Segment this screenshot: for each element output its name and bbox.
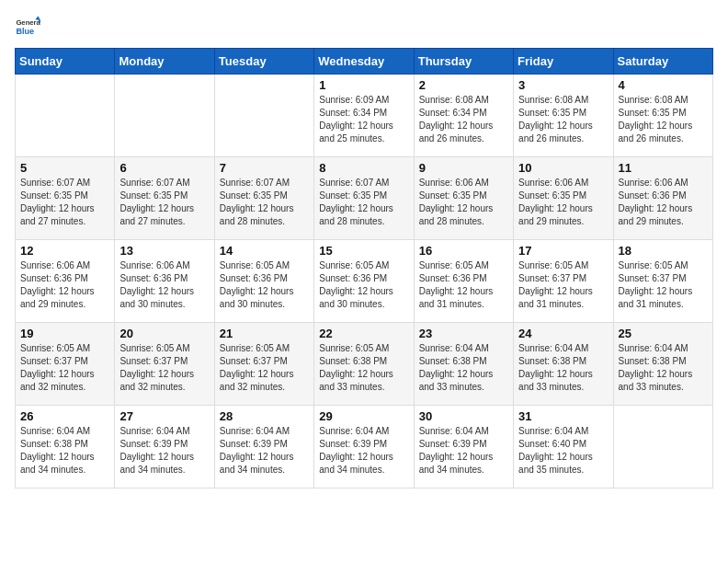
day-number: 10 (518, 161, 608, 175)
calendar-body: 1Sunrise: 6:09 AM Sunset: 6:34 PM Daylig… (16, 75, 713, 488)
day-number: 3 (518, 78, 608, 92)
calendar-cell: 18Sunrise: 6:05 AM Sunset: 6:37 PM Dayli… (613, 240, 712, 323)
cell-content: Sunrise: 6:09 AM Sunset: 6:34 PM Dayligh… (319, 94, 408, 145)
weekday-header-thursday: Thursday (414, 49, 513, 75)
calendar-cell: 28Sunrise: 6:04 AM Sunset: 6:39 PM Dayli… (214, 406, 313, 488)
cell-content: Sunrise: 6:04 AM Sunset: 6:38 PM Dayligh… (20, 425, 109, 477)
cell-content: Sunrise: 6:05 AM Sunset: 6:36 PM Dayligh… (419, 259, 508, 311)
day-number: 11 (619, 161, 708, 175)
day-number: 19 (20, 327, 109, 340)
cell-content: Sunrise: 6:04 AM Sunset: 6:39 PM Dayligh… (419, 425, 508, 477)
day-number: 13 (119, 244, 209, 258)
calendar-week-row: 12Sunrise: 6:06 AM Sunset: 6:36 PM Dayli… (16, 240, 713, 323)
cell-content: Sunrise: 6:04 AM Sunset: 6:39 PM Dayligh… (319, 425, 408, 477)
day-number: 25 (619, 327, 708, 340)
cell-content: Sunrise: 6:05 AM Sunset: 6:37 PM Dayligh… (619, 259, 708, 311)
day-number: 21 (220, 327, 309, 340)
day-number: 5 (20, 161, 109, 175)
calendar-cell: 15Sunrise: 6:05 AM Sunset: 6:36 PM Dayli… (314, 240, 414, 323)
cell-content: Sunrise: 6:04 AM Sunset: 6:40 PM Dayligh… (518, 425, 608, 477)
cell-content: Sunrise: 6:05 AM Sunset: 6:38 PM Dayligh… (319, 342, 408, 394)
weekday-header-wednesday: Wednesday (314, 49, 414, 75)
day-number: 31 (518, 409, 608, 423)
calendar-cell: 16Sunrise: 6:05 AM Sunset: 6:36 PM Dayli… (414, 240, 513, 323)
calendar-week-row: 19Sunrise: 6:05 AM Sunset: 6:37 PM Dayli… (16, 323, 713, 406)
day-number: 2 (419, 78, 508, 92)
day-number: 30 (419, 409, 508, 423)
calendar-cell: 1Sunrise: 6:09 AM Sunset: 6:34 PM Daylig… (314, 75, 414, 157)
calendar-cell: 11Sunrise: 6:06 AM Sunset: 6:36 PM Dayli… (613, 157, 712, 240)
day-number: 22 (319, 327, 408, 340)
cell-content: Sunrise: 6:08 AM Sunset: 6:35 PM Dayligh… (619, 94, 708, 145)
day-number: 4 (619, 78, 708, 92)
day-number: 12 (20, 244, 109, 258)
cell-content: Sunrise: 6:07 AM Sunset: 6:35 PM Dayligh… (319, 177, 408, 228)
cell-content: Sunrise: 6:06 AM Sunset: 6:36 PM Dayligh… (20, 259, 109, 311)
logo: General Blue (15, 15, 40, 40)
cell-content: Sunrise: 6:08 AM Sunset: 6:34 PM Dayligh… (419, 94, 508, 145)
calendar-cell: 10Sunrise: 6:06 AM Sunset: 6:35 PM Dayli… (514, 157, 613, 240)
day-number: 9 (419, 161, 508, 175)
weekday-header-friday: Friday (514, 49, 613, 75)
svg-text:Blue: Blue (16, 27, 34, 36)
day-number: 8 (319, 161, 408, 175)
calendar-cell: 21Sunrise: 6:05 AM Sunset: 6:37 PM Dayli… (214, 323, 313, 406)
calendar-table: SundayMondayTuesdayWednesdayThursdayFrid… (15, 48, 713, 488)
calendar-header: SundayMondayTuesdayWednesdayThursdayFrid… (16, 49, 713, 75)
calendar-cell: 13Sunrise: 6:06 AM Sunset: 6:36 PM Dayli… (115, 240, 214, 323)
cell-content: Sunrise: 6:06 AM Sunset: 6:36 PM Dayligh… (619, 177, 708, 228)
cell-content: Sunrise: 6:06 AM Sunset: 6:35 PM Dayligh… (419, 177, 508, 228)
weekday-header-row: SundayMondayTuesdayWednesdayThursdayFrid… (16, 49, 713, 75)
calendar-cell: 12Sunrise: 6:06 AM Sunset: 6:36 PM Dayli… (16, 240, 115, 323)
cell-content: Sunrise: 6:05 AM Sunset: 6:37 PM Dayligh… (119, 342, 209, 394)
day-number: 29 (319, 409, 408, 423)
calendar-cell: 3Sunrise: 6:08 AM Sunset: 6:35 PM Daylig… (514, 75, 613, 157)
calendar-week-row: 1Sunrise: 6:09 AM Sunset: 6:34 PM Daylig… (16, 75, 713, 157)
cell-content: Sunrise: 6:05 AM Sunset: 6:37 PM Dayligh… (20, 342, 109, 394)
calendar-cell (214, 75, 313, 157)
calendar-cell: 7Sunrise: 6:07 AM Sunset: 6:35 PM Daylig… (214, 157, 313, 240)
calendar-cell: 8Sunrise: 6:07 AM Sunset: 6:35 PM Daylig… (314, 157, 414, 240)
day-number: 16 (419, 244, 508, 258)
calendar-cell: 26Sunrise: 6:04 AM Sunset: 6:38 PM Dayli… (16, 406, 115, 488)
cell-content: Sunrise: 6:05 AM Sunset: 6:37 PM Dayligh… (220, 342, 309, 394)
calendar-cell (115, 75, 214, 157)
logo-icon: General Blue (15, 15, 40, 40)
day-number: 7 (220, 161, 309, 175)
calendar-cell: 9Sunrise: 6:06 AM Sunset: 6:35 PM Daylig… (414, 157, 513, 240)
calendar-cell: 19Sunrise: 6:05 AM Sunset: 6:37 PM Dayli… (16, 323, 115, 406)
calendar-cell: 27Sunrise: 6:04 AM Sunset: 6:39 PM Dayli… (115, 406, 214, 488)
header: General Blue (15, 15, 713, 40)
calendar-cell: 5Sunrise: 6:07 AM Sunset: 6:35 PM Daylig… (16, 157, 115, 240)
day-number: 23 (419, 327, 508, 340)
calendar-cell: 24Sunrise: 6:04 AM Sunset: 6:38 PM Dayli… (514, 323, 613, 406)
day-number: 18 (619, 244, 708, 258)
calendar-cell: 2Sunrise: 6:08 AM Sunset: 6:34 PM Daylig… (414, 75, 513, 157)
day-number: 6 (119, 161, 209, 175)
calendar-cell: 4Sunrise: 6:08 AM Sunset: 6:35 PM Daylig… (613, 75, 712, 157)
cell-content: Sunrise: 6:04 AM Sunset: 6:39 PM Dayligh… (119, 425, 209, 477)
cell-content: Sunrise: 6:06 AM Sunset: 6:35 PM Dayligh… (518, 177, 608, 228)
cell-content: Sunrise: 6:04 AM Sunset: 6:38 PM Dayligh… (419, 342, 508, 394)
cell-content: Sunrise: 6:07 AM Sunset: 6:35 PM Dayligh… (20, 177, 109, 228)
calendar-cell (613, 406, 712, 488)
day-number: 28 (220, 409, 309, 423)
cell-content: Sunrise: 6:04 AM Sunset: 6:39 PM Dayligh… (220, 425, 309, 477)
cell-content: Sunrise: 6:06 AM Sunset: 6:36 PM Dayligh… (119, 259, 209, 311)
day-number: 26 (20, 409, 109, 423)
calendar-cell: 30Sunrise: 6:04 AM Sunset: 6:39 PM Dayli… (414, 406, 513, 488)
weekday-header-monday: Monday (115, 49, 214, 75)
weekday-header-tuesday: Tuesday (214, 49, 313, 75)
calendar-cell: 22Sunrise: 6:05 AM Sunset: 6:38 PM Dayli… (314, 323, 414, 406)
day-number: 20 (119, 327, 209, 340)
cell-content: Sunrise: 6:05 AM Sunset: 6:36 PM Dayligh… (220, 259, 309, 311)
calendar-cell: 6Sunrise: 6:07 AM Sunset: 6:35 PM Daylig… (115, 157, 214, 240)
calendar-cell (16, 75, 115, 157)
calendar-cell: 14Sunrise: 6:05 AM Sunset: 6:36 PM Dayli… (214, 240, 313, 323)
weekday-header-saturday: Saturday (613, 49, 712, 75)
weekday-header-sunday: Sunday (16, 49, 115, 75)
day-number: 27 (119, 409, 209, 423)
cell-content: Sunrise: 6:07 AM Sunset: 6:35 PM Dayligh… (119, 177, 209, 228)
calendar-cell: 25Sunrise: 6:04 AM Sunset: 6:38 PM Dayli… (613, 323, 712, 406)
cell-content: Sunrise: 6:04 AM Sunset: 6:38 PM Dayligh… (619, 342, 708, 394)
